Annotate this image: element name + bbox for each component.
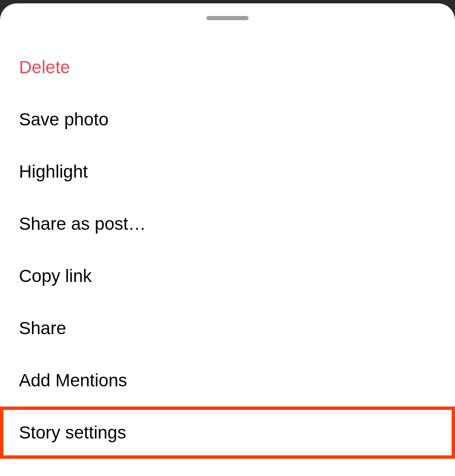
menu-item-save-photo[interactable]: Save photo [0, 93, 455, 146]
menu-item-highlight[interactable]: Highlight [0, 146, 455, 198]
drag-handle[interactable] [206, 16, 249, 20]
menu-item-delete[interactable]: Delete [0, 41, 455, 93]
menu-list: Delete Save photo Highlight Share as pos… [0, 41, 455, 459]
menu-item-copy-link[interactable]: Copy link [0, 250, 455, 302]
menu-item-add-mentions[interactable]: Add Mentions [0, 354, 455, 407]
menu-item-story-settings[interactable]: Story settings [0, 407, 455, 459]
menu-item-share-as-post[interactable]: Share as post… [0, 198, 455, 250]
bottom-sheet: Delete Save photo Highlight Share as pos… [0, 3, 455, 476]
menu-item-share[interactable]: Share [0, 302, 455, 354]
